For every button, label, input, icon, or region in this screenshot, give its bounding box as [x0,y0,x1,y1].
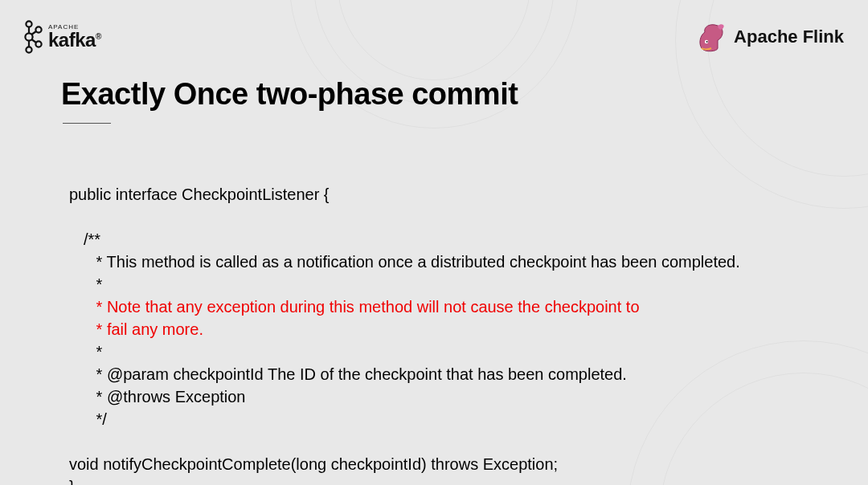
code-line: /** [84,230,100,248]
code-line: * This method is called as a notificatio… [92,253,740,271]
code-line: * @throws Exception [92,388,246,406]
svg-point-0 [26,21,31,26]
code-line-highlight: * fail any more. [92,320,203,338]
code-block: public interface CheckpointListener { /*… [69,161,820,485]
code-line: */ [92,410,107,428]
svg-point-3 [35,26,41,32]
kafka-wordmark: APACHE kafka® [48,24,101,50]
flink-logo: Apache Flink [694,21,844,53]
slide-title: Exactly Once two-phase commit [61,77,820,112]
code-line: void notifyCheckpointComplete(long check… [69,455,558,473]
svg-point-4 [35,41,41,47]
code-indent: /** * This method is called as a notific… [84,228,820,430]
title-underline [63,123,111,124]
code-line: public interface CheckpointListener { [69,185,330,203]
kafka-name: kafka® [48,31,101,50]
title-block: Exactly Once two-phase commit [61,77,820,124]
svg-line-7 [31,31,36,35]
flink-squirrel-icon [694,21,726,53]
header-logos: APACHE kafka® Apache Flink [0,14,868,59]
code-line: * [92,343,102,361]
svg-point-10 [706,41,708,43]
code-line: * [92,275,102,293]
code-line: * @param checkpointId The ID of the chec… [92,365,627,383]
svg-line-8 [31,39,36,43]
kafka-icon [23,19,43,55]
code-line-highlight: * Note that any exception during this me… [92,298,640,316]
code-line: } [69,478,75,485]
svg-point-2 [26,47,31,52]
doc-comment-body: * This method is called as a notificatio… [92,251,820,430]
flink-name: Apache Flink [734,26,844,47]
kafka-logo: APACHE kafka® [23,19,101,55]
